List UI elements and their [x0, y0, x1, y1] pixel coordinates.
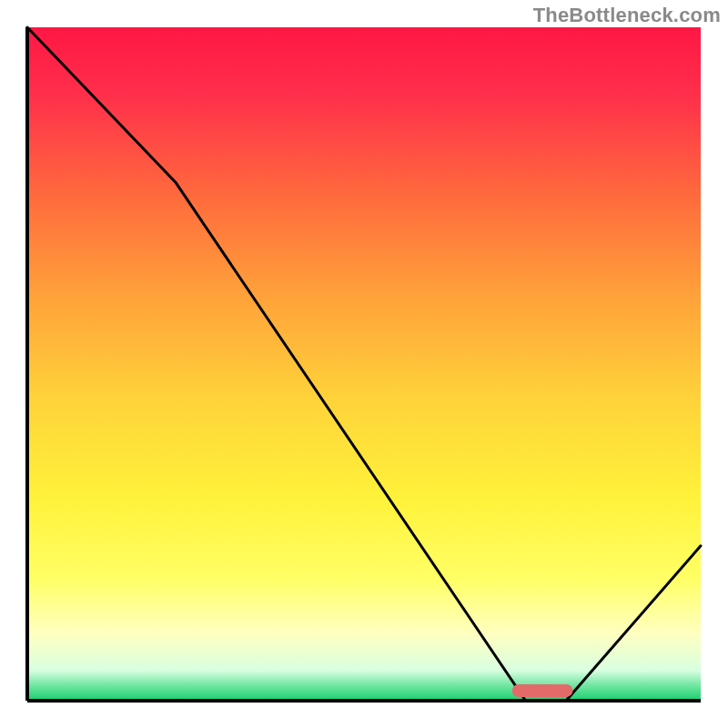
- optimal-marker: [512, 684, 573, 697]
- gradient-background: [27, 27, 701, 701]
- watermark-label: TheBottleneck.com: [533, 4, 721, 27]
- bottleneck-chart: TheBottleneck.com: [0, 0, 728, 728]
- chart-canvas: [0, 0, 728, 728]
